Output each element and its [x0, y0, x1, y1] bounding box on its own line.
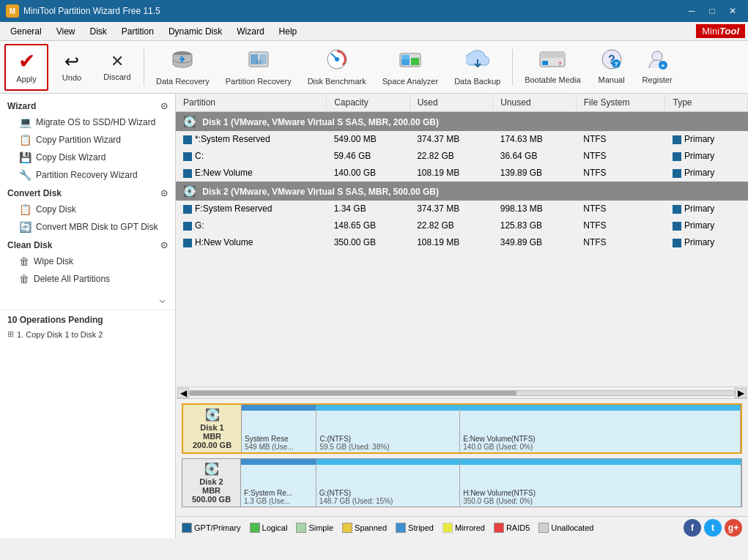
- clean-expand-icon[interactable]: ⊙: [160, 240, 168, 250]
- primary-indicator: [673, 135, 681, 144]
- legend-spanned-label: Spanned: [355, 523, 387, 532]
- wizard-section-label: Wizard: [7, 101, 36, 111]
- disk1-label: Disk 1 (VMware, VMware Virtual S SAS, MB…: [202, 117, 439, 127]
- menu-dynamic-disk[interactable]: Dynamic Disk: [161, 23, 229, 40]
- p5-name: G:: [176, 217, 327, 234]
- sidebar-item-convert-mbr[interactable]: 🔄 Convert MBR Disk to GPT Disk: [0, 218, 175, 236]
- copy-disk2-label: Copy Disk: [36, 204, 76, 214]
- social-icons: f t g+: [684, 519, 742, 537]
- disk2-partition-g[interactable]: G:(NTFS) 148.7 GB (Used: 15%): [316, 459, 460, 507]
- sidebar-item-copy-disk2[interactable]: 📋 Copy Disk: [0, 201, 175, 218]
- legend-striped-box: [396, 523, 406, 533]
- migrate-os-label: Migrate OS to SSD/HD Wizard: [36, 117, 155, 127]
- dp6-usage: 350.0 GB (Used: 0%): [463, 497, 738, 505]
- table-row[interactable]: F:System Reserved 1.34 GB 374.37 MB 998.…: [176, 201, 748, 217]
- apply-button[interactable]: ✔ Apply: [4, 44, 48, 91]
- sidebar-item-copy-disk[interactable]: 💾 Copy Disk Wizard: [0, 149, 175, 166]
- table-row[interactable]: *:System Reserved 549.00 MB 374.37 MB 17…: [176, 131, 748, 148]
- disk2-header-row[interactable]: 💽 Disk 2 (VMware, VMware Virtual S SAS, …: [176, 182, 748, 201]
- p3-cap: 140.00 GB: [327, 165, 410, 182]
- menu-help[interactable]: Help: [272, 23, 305, 40]
- space-analyzer-button[interactable]: Space Analyzer: [375, 44, 445, 91]
- manual-icon: ??: [601, 49, 622, 74]
- legend-logical-box: [250, 523, 260, 533]
- horizontal-scrollbar[interactable]: ◀ ▶: [176, 387, 748, 398]
- menu-partition[interactable]: Partition: [114, 23, 161, 40]
- table-row[interactable]: G: 148.65 GB 22.82 GB 125.83 GB NTFS Pri…: [176, 217, 748, 234]
- menubar: General View Disk Partition Dynamic Disk…: [0, 22, 748, 41]
- table-row[interactable]: H:New Volume 350.00 GB 108.19 MB 349.89 …: [176, 234, 748, 251]
- svg-point-6: [335, 57, 339, 61]
- maximize-button[interactable]: □: [703, 4, 722, 18]
- convert-expand-icon[interactable]: ⊙: [160, 188, 168, 198]
- scroll-left-btn[interactable]: ◀: [177, 388, 189, 398]
- close-button[interactable]: ✕: [723, 4, 742, 18]
- type-indicator: [183, 169, 192, 178]
- col-used: Used: [410, 94, 493, 112]
- svg-text:?: ?: [614, 61, 618, 68]
- sidebar-item-delete-partitions[interactable]: 🗑 Delete All Partitions: [0, 270, 175, 288]
- wizard-expand-icon[interactable]: ⊙: [160, 101, 168, 111]
- disk1-header-row[interactable]: 💽 Disk 1 (VMware, VMware Virtual S SAS, …: [176, 112, 748, 132]
- disk1-partitions-visual: System Rese 549 MB (Use... C:(NTFS) 59.5…: [242, 405, 741, 452]
- wipe-disk-label: Wipe Disk: [34, 256, 73, 266]
- undo-button[interactable]: ↩ Undo: [50, 44, 94, 91]
- menu-view[interactable]: View: [49, 23, 83, 40]
- operations-section: 10 Operations Pending ⊞ 1. Copy Disk 1 t…: [0, 310, 175, 345]
- table-row[interactable]: E:New Volume 140.00 GB 108.19 MB 139.89 …: [176, 165, 748, 182]
- scroll-thumb[interactable]: [190, 391, 516, 395]
- dp3-label: E:New Volume(NTFS): [463, 435, 737, 443]
- col-partition: Partition: [176, 94, 327, 112]
- disk1-partition-c[interactable]: C:(NTFS) 59.5 GB (Used: 38%): [316, 405, 460, 452]
- disk1-visual-row[interactable]: 💽 Disk 1 MBR 200.00 GB System Rese 549 M…: [182, 403, 742, 454]
- disk1-visual-info: 💽 Disk 1 MBR 200.00 GB: [183, 405, 242, 452]
- disk1-partition-sysres[interactable]: System Rese 549 MB (Use...: [242, 405, 316, 452]
- data-recovery-icon: [171, 48, 194, 75]
- bootable-media-button[interactable]: ? Bootable Media: [517, 44, 588, 91]
- col-unused: Unused: [493, 94, 577, 112]
- col-type: Type: [665, 94, 748, 112]
- primary-indicator: [673, 205, 681, 214]
- clean-section-label: Clean Disk: [7, 240, 52, 250]
- partition-recovery-button[interactable]: ◎ Partition Recovery: [218, 44, 299, 91]
- sidebar-scroll[interactable]: ⌄: [0, 288, 175, 310]
- manual-button[interactable]: ?? Manual: [590, 44, 634, 91]
- sidebar-item-partition-recovery[interactable]: 🔧 Partition Recovery Wizard: [0, 166, 175, 184]
- p3-used: 108.19 MB: [410, 165, 493, 182]
- data-backup-button[interactable]: Data Backup: [447, 44, 508, 91]
- operation-item-1[interactable]: ⊞ 1. Copy Disk 1 to Disk 2: [7, 328, 168, 340]
- disk1-visual-name: Disk 1: [200, 423, 223, 432]
- disk2-partition-h[interactable]: H:New Volume(NTFS) 350.0 GB (Used: 0%): [460, 459, 741, 507]
- sidebar-item-migrate-os[interactable]: 💻 Migrate OS to SSD/HD Wizard: [0, 113, 175, 131]
- scroll-track[interactable]: [189, 390, 735, 396]
- disk2-partition-fsysres[interactable]: F:System Re... 1.3 GB (Use...: [241, 459, 316, 507]
- menu-general[interactable]: General: [3, 23, 49, 40]
- sidebar-item-copy-partition[interactable]: 📋 Copy Partition Wizard: [0, 131, 175, 149]
- primary-indicator: [673, 239, 681, 247]
- facebook-button[interactable]: f: [684, 519, 701, 537]
- minimize-button[interactable]: ─: [682, 4, 701, 18]
- googleplus-button[interactable]: g+: [725, 519, 742, 537]
- content-area: Partition Capacity Used Unused File Syst…: [176, 94, 748, 538]
- type-indicator: [183, 239, 192, 247]
- disk2-visual-row[interactable]: 💽 Disk 2 MBR 500.00 GB F:System Re... 1.…: [182, 458, 742, 507]
- twitter-button[interactable]: t: [704, 519, 722, 537]
- menu-disk[interactable]: Disk: [83, 23, 114, 40]
- discard-button[interactable]: ✕ Discard: [95, 44, 139, 91]
- disk1-partition-e[interactable]: E:New Volume(NTFS) 140.0 GB (Used: 0%): [460, 405, 741, 452]
- partition-data-table: Partition Capacity Used Unused File Syst…: [176, 94, 748, 251]
- menu-wizard[interactable]: Wizard: [229, 23, 271, 40]
- delete-partitions-icon: 🗑: [19, 273, 29, 285]
- disk2-visual-info: 💽 Disk 2 MBR 500.00 GB: [182, 459, 241, 507]
- disk-visual-area: 💽 Disk 1 MBR 200.00 GB System Rese 549 M…: [176, 398, 748, 516]
- svg-rect-9: [411, 58, 419, 65]
- sidebar-item-wipe-disk[interactable]: 🗑 Wipe Disk: [0, 253, 175, 270]
- p1-unused: 174.63 MB: [493, 131, 577, 148]
- data-recovery-button[interactable]: Data Recovery: [149, 44, 217, 91]
- p3-fs: NTFS: [576, 165, 665, 182]
- register-button[interactable]: + Register: [635, 44, 680, 91]
- disk2-partitions-visual: F:System Re... 1.3 GB (Use... G:(NTFS) 1…: [241, 459, 741, 507]
- disk-benchmark-button[interactable]: Disk Benchmark: [300, 44, 374, 91]
- scroll-right-btn[interactable]: ▶: [735, 388, 747, 398]
- table-row[interactable]: C: 59.46 GB 22.82 GB 36.64 GB NTFS Prima…: [176, 148, 748, 165]
